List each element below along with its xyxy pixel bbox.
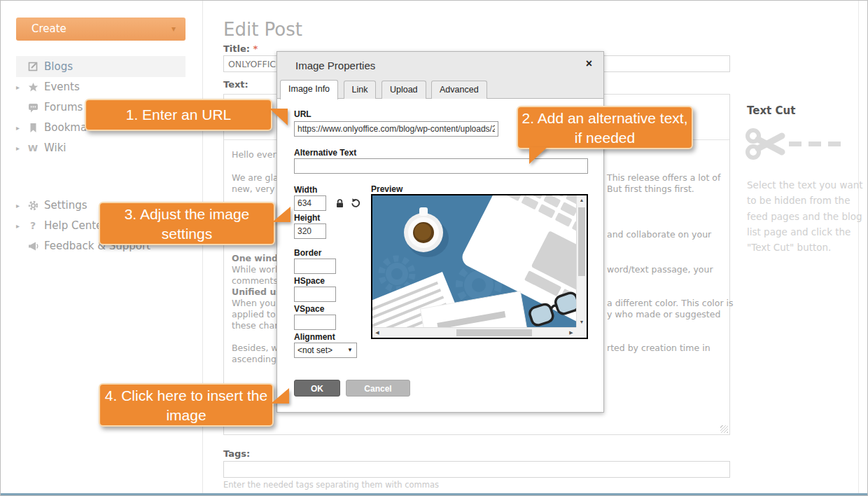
expander-icon[interactable]: ▸ — [16, 77, 24, 97]
border-input[interactable] — [294, 259, 336, 274]
vspace-input[interactable] — [294, 315, 336, 330]
preview-vertical-scrollbar[interactable]: ▲ ▼ — [576, 195, 587, 327]
preview-label: Preview — [371, 184, 402, 194]
alternative-text-label: Alternative Text — [294, 148, 356, 158]
callout-step-1: 1. Enter an URL — [85, 99, 272, 131]
height-label: Height — [294, 213, 320, 223]
reset-size-icon[interactable] — [350, 198, 360, 211]
url-label: URL — [294, 109, 312, 119]
callout-tail — [270, 109, 288, 125]
title-label: Title: * — [223, 43, 258, 54]
tags-label: Tags: — [223, 448, 250, 459]
sidebar-item-label: Wiki — [44, 138, 66, 158]
editor-text-line: word/text passage, your — [607, 264, 713, 275]
chat-icon — [27, 102, 38, 113]
editor-text-line: and collaborate on your — [607, 229, 711, 240]
hspace-input[interactable] — [294, 287, 336, 302]
page-title: Edit Post — [223, 19, 302, 40]
text-cut-description: Select the text you want to be hidden fr… — [747, 177, 863, 255]
callout-tail — [271, 388, 289, 404]
horizontal-scroll-thumb[interactable] — [456, 329, 532, 336]
bottom-accent-bar — [1, 493, 867, 495]
tab-upload[interactable]: Upload — [382, 81, 426, 99]
create-button[interactable]: Create ▾ — [16, 18, 186, 41]
cancel-button[interactable]: Cancel — [346, 380, 410, 397]
sidebar-item-label: Forums — [44, 97, 83, 118]
expander-icon[interactable]: ▸ — [16, 195, 24, 216]
scissors-icon — [744, 125, 849, 166]
tab-image-info[interactable]: Image Info — [280, 80, 338, 99]
callout-step-4: 4. Click here to insert the image — [99, 383, 274, 427]
app-window: Create ▾ Blogs ▸ Events Forums ▸ Bookmar… — [0, 0, 868, 496]
dialog-header[interactable]: Image Properties × — [277, 52, 603, 78]
dialog-title: Image Properties — [295, 60, 375, 71]
expander-icon[interactable]: ▸ — [16, 216, 24, 236]
sidebar-item-wiki[interactable]: ▸ W Wiki — [16, 138, 186, 158]
help-icon: ? — [27, 221, 38, 232]
sidebar-item-blogs[interactable]: Blogs — [16, 56, 186, 77]
vspace-label: VSpace — [294, 304, 324, 314]
callout-step-3: 3. Adjust the image settings — [99, 202, 275, 245]
editor-text-line: But first things first. — [607, 184, 694, 195]
text-cut-title: Text Cut — [747, 104, 795, 117]
url-input[interactable] — [294, 121, 498, 137]
width-label: Width — [294, 185, 317, 195]
create-button-label: Create — [31, 22, 66, 35]
tab-advanced[interactable]: Advanced — [431, 81, 487, 99]
height-input[interactable] — [294, 223, 326, 239]
border-label: Border — [294, 248, 321, 258]
width-input[interactable] — [294, 195, 326, 211]
tags-input[interactable] — [223, 461, 730, 478]
callout-step-2: 2. Add an alternative text, if needed — [517, 106, 693, 149]
alignment-value: <not set> — [298, 345, 332, 355]
alignment-select[interactable]: <not set> ▼ — [294, 343, 357, 358]
editor-text-line: y who made or suggested — [607, 309, 720, 320]
megaphone-icon — [27, 241, 38, 252]
scroll-right-icon[interactable]: ▶ — [566, 328, 576, 338]
tags-hint: Enter the needed tags separating them wi… — [223, 480, 439, 490]
select-arrow-icon: ▼ — [347, 343, 353, 357]
editor-text-line: a different color. This color is — [607, 298, 734, 309]
text-label: Text: — [223, 79, 248, 90]
callout-tail — [272, 207, 290, 222]
scroll-up-icon[interactable]: ▲ — [577, 195, 587, 205]
scroll-left-icon[interactable]: ◀ — [372, 328, 382, 338]
scroll-down-icon[interactable]: ▼ — [577, 317, 587, 327]
lock-ratio-icon[interactable] — [335, 198, 345, 212]
callout-tail — [529, 147, 547, 164]
bookmark-icon — [27, 123, 38, 134]
sidebar-item-label: Help Center — [44, 216, 106, 236]
preview-horizontal-scrollbar[interactable]: ◀ ▶ — [372, 327, 576, 338]
preview-illustration — [372, 195, 576, 327]
dialog-tabstrip: Image Info Link Upload Advanced — [277, 78, 603, 99]
hspace-label: HSpace — [294, 276, 325, 286]
sidebar-item-label: Settings — [44, 195, 88, 216]
expander-icon[interactable]: ▸ — [16, 138, 24, 158]
editor-resize-handle[interactable] — [720, 425, 728, 433]
alignment-label: Alignment — [294, 332, 335, 342]
expander-icon[interactable]: ▸ — [16, 118, 24, 138]
image-preview: ▲ ▼ ◀ ▶ — [371, 194, 588, 339]
gear-icon — [27, 200, 38, 212]
scrollbar-corner — [576, 327, 587, 338]
editor-text-line: While worki — [232, 264, 283, 275]
editor-text-line: This release offers a lot of — [607, 172, 720, 184]
chevron-down-icon[interactable]: ▾ — [172, 18, 176, 41]
required-mark: * — [253, 43, 258, 54]
sidebar-item-label: Events — [44, 77, 80, 97]
close-icon[interactable]: × — [586, 57, 592, 70]
edit-icon — [27, 61, 38, 72]
sidebar-item-events[interactable]: ▸ Events — [16, 77, 186, 97]
sidebar-item-label: Blogs — [44, 56, 73, 77]
star-icon — [27, 82, 38, 93]
wiki-icon: W — [27, 143, 38, 154]
tab-link[interactable]: Link — [344, 81, 377, 99]
ok-button[interactable]: OK — [294, 380, 340, 397]
editor-text-line: rted by creation time in — [607, 343, 710, 354]
vertical-scroll-thumb[interactable] — [578, 207, 585, 276]
